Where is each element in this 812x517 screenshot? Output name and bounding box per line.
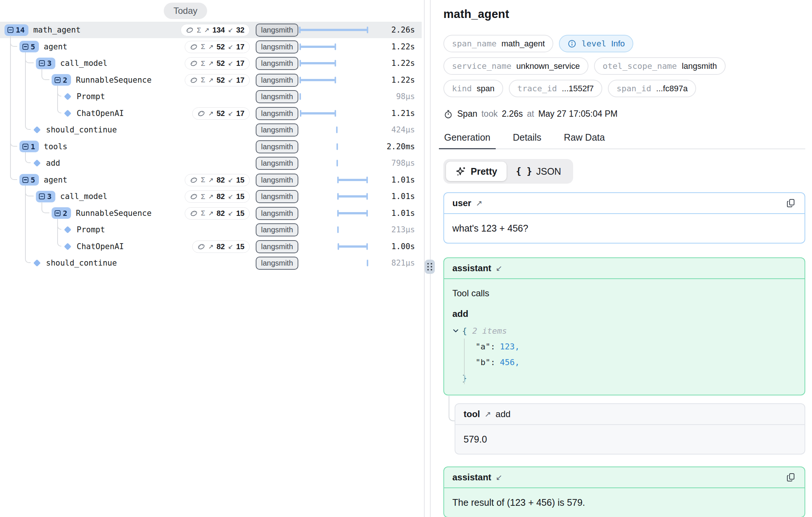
collapse-minus-icon — [22, 44, 28, 50]
descendant-count: 3 — [47, 59, 52, 68]
duration-label: 1.22s — [391, 42, 415, 51]
duration-bar — [299, 243, 368, 250]
took-word: took — [482, 109, 498, 119]
tool-args-json-tree: { 2 items "a": 123, "b": 456, } — [452, 323, 796, 386]
role-label: assistant — [452, 472, 491, 483]
pill-value: langsmith — [682, 61, 717, 71]
output-tokens-arrow-icon: ↙ — [228, 193, 233, 201]
tree-row[interactable]: add langsmith 798µs — [0, 155, 422, 171]
braces-icon: { } — [516, 166, 532, 177]
duration-bar — [299, 27, 368, 33]
tree-row[interactable]: ChatOpenAI ↗82 ↙15 langsmith 1.00s — [0, 238, 422, 255]
copy-button[interactable] — [786, 472, 796, 483]
langsmith-badge: langsmith — [256, 123, 298, 137]
pill-key: kind — [452, 84, 472, 93]
duration-label: 821µs — [391, 258, 415, 267]
tree-row[interactable]: 5 agent Σ ↗52 ↙17 langsmith 1.22s — [0, 39, 422, 55]
span-name-label: math_agent — [33, 25, 80, 34]
tree-row[interactable]: should_continue langsmith 821µs — [0, 255, 422, 271]
pill-value: Info — [611, 39, 625, 49]
chevron-down-icon[interactable] — [452, 327, 459, 334]
pill-key: trace_id — [517, 84, 557, 93]
tool-connector-elbow — [449, 396, 455, 421]
sigma-aggregate-icon: Σ — [201, 209, 205, 217]
duration-bar — [299, 143, 368, 150]
pill-key: level — [581, 39, 606, 48]
leaf-diamond-icon — [64, 226, 71, 233]
tree-row[interactable]: 14 math_agent Σ ↗134 ↙32 langsmith 2.26s — [0, 22, 422, 38]
tree-row[interactable]: should_continue langsmith 424µs — [0, 122, 422, 138]
json-open-line: { 2 items — [452, 323, 796, 339]
duration-bar — [299, 193, 368, 200]
tree-row[interactable]: 5 agent Σ ↗82 ↙15 langsmith 1.01s — [0, 172, 422, 188]
tree-row[interactable]: 1 tools langsmith 2.20ms — [0, 138, 422, 155]
sigma-aggregate-icon: Σ — [201, 193, 205, 201]
langsmith-trace-view: Today 14 math_agent Σ ↗134 ↙ — [0, 0, 812, 517]
tree-row[interactable]: 2 RunnableSequence Σ ↗82 ↙15 langsmith 1… — [0, 205, 422, 221]
level-pill: level Info — [559, 35, 633, 52]
tree-row-lead: Prompt — [64, 88, 105, 105]
collapse-minus-icon — [55, 210, 61, 216]
duration-label: 2.20ms — [387, 142, 415, 151]
collapse-badge[interactable]: 14 — [4, 24, 28, 36]
tree-row-lead: 1 tools — [19, 138, 67, 155]
tokens-coin-icon — [190, 193, 198, 201]
token-usage-pill: Σ ↗52 ↙17 — [185, 57, 250, 70]
copy-button[interactable] — [786, 198, 796, 208]
span-name-label: call_model — [60, 59, 107, 68]
tab-raw-data[interactable]: Raw Data — [563, 132, 606, 149]
input-tokens-arrow-icon: ↗ — [208, 59, 213, 67]
assistant-message-header: assistant ↙ — [444, 258, 805, 279]
tab-generation[interactable]: Generation — [443, 132, 491, 149]
collapse-badge[interactable]: 5 — [19, 41, 39, 52]
arrow-down-left-icon: ↙ — [496, 473, 502, 482]
tokens-coin-icon — [190, 176, 198, 184]
langsmith-badge: langsmith — [256, 57, 298, 70]
duration-label: 798µs — [391, 159, 415, 168]
tree-row-lead: should_continue — [33, 122, 117, 138]
took-duration: 2.26s — [502, 109, 523, 119]
pretty-toggle-button[interactable]: Pretty — [446, 162, 507, 181]
duration-bar — [299, 160, 368, 166]
collapse-badge[interactable]: 3 — [36, 191, 55, 202]
output-tokens-count: 15 — [236, 176, 244, 184]
collapse-badge[interactable]: 2 — [52, 207, 71, 219]
tree-row[interactable]: 3 call_model Σ ↗52 ↙17 langsmith 1.22s — [0, 55, 422, 71]
token-usage-pill: ↗52 ↙17 — [192, 107, 250, 120]
sigma-aggregate-icon: Σ — [201, 59, 205, 68]
tree-row[interactable]: 3 call_model Σ ↗82 ↙15 langsmith 1.01s — [0, 188, 422, 205]
tree-row[interactable]: ChatOpenAI ↗52 ↙17 langsmith 1.21s — [0, 105, 422, 122]
pill-key: span_id — [616, 84, 651, 93]
tree-row[interactable]: Prompt langsmith 213µs — [0, 221, 422, 238]
span-name-label: Prompt — [77, 225, 105, 234]
collapse-badge[interactable]: 1 — [19, 141, 39, 152]
duration-bar — [299, 177, 368, 183]
tab-details[interactable]: Details — [512, 132, 542, 149]
arrow-down-left-icon: ↙ — [496, 264, 502, 273]
descendant-count: 3 — [47, 192, 52, 201]
otel-scope-pill: otel_scope_name langsmith — [594, 57, 726, 75]
duration-bar — [299, 110, 368, 117]
tree-row[interactable]: Prompt langsmith 98µs — [0, 88, 422, 105]
sigma-aggregate-icon: Σ — [197, 26, 201, 34]
collapse-minus-icon — [22, 144, 28, 150]
json-toggle-button[interactable]: { } JSON — [507, 162, 570, 181]
items-count-label: 2 items — [472, 326, 507, 336]
tool-name-label: add — [496, 409, 511, 419]
collapse-badge[interactable]: 3 — [36, 58, 55, 69]
collapse-badge[interactable]: 5 — [19, 174, 39, 186]
arrow-up-right-icon: ↗ — [485, 410, 491, 419]
output-tokens-arrow-icon: ↙ — [228, 176, 233, 184]
trace-tree: 14 math_agent Σ ↗134 ↙32 langsmith 2.26s — [0, 0, 422, 517]
leaf-diamond-icon — [64, 243, 71, 250]
input-tokens-count: 82 — [216, 242, 225, 251]
tree-row[interactable]: 2 RunnableSequence Σ ↗52 ↙17 langsmith 1… — [0, 72, 422, 88]
span-name-pill: span_name math_agent — [443, 35, 553, 52]
langsmith-badge: langsmith — [256, 140, 298, 153]
collapse-badge[interactable]: 2 — [52, 74, 71, 86]
token-usage-pill: ↗82 ↙15 — [192, 241, 250, 253]
copy-icon — [786, 472, 796, 483]
langsmith-badge: langsmith — [256, 223, 298, 236]
input-tokens-arrow-icon: ↗ — [208, 43, 213, 51]
span-id-pill: span_id ...fc897a — [608, 80, 696, 97]
